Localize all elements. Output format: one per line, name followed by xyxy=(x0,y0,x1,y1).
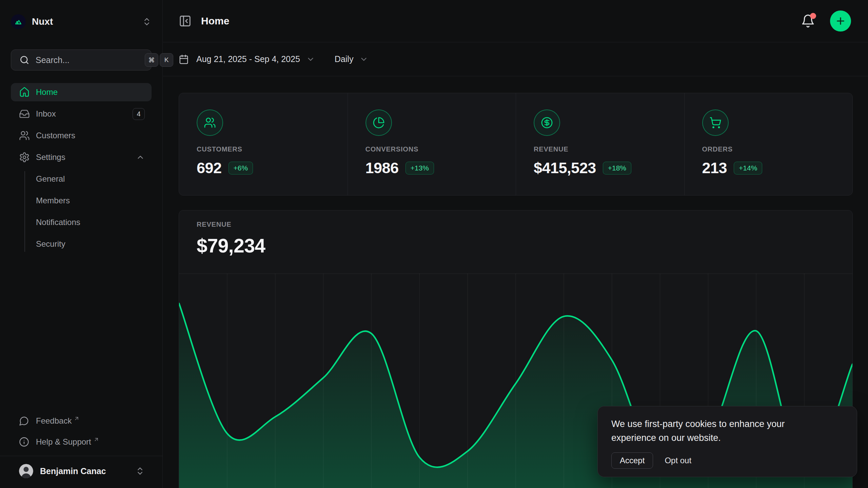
stat-card-conversions[interactable]: CONVERSIONS 1986 +13% xyxy=(348,93,516,195)
stat-card-revenue[interactable]: REVENUE $415,523 +18% xyxy=(516,93,684,195)
date-range-label: Aug 21, 2025 - Sep 4, 2025 xyxy=(196,54,300,64)
kbd-command: ⌘ xyxy=(145,53,158,67)
notifications-button[interactable] xyxy=(801,14,815,28)
sidebar-item-notifications[interactable]: Notifications xyxy=(36,213,152,231)
sub-item-label: General xyxy=(36,174,65,184)
search-field[interactable] xyxy=(36,55,145,65)
workspace-name: Nuxt xyxy=(32,16,53,27)
workspace-switcher[interactable]: Nuxt xyxy=(11,13,152,30)
stat-change-badge: +6% xyxy=(229,162,253,175)
filter-bar: Aug 21, 2025 - Sep 4, 2025 Daily xyxy=(163,42,868,76)
topbar: Home xyxy=(163,0,868,42)
sidebar-divider xyxy=(0,456,162,456)
stat-value: 1986 xyxy=(366,159,399,177)
nuxt-logo-icon xyxy=(11,14,26,29)
cookie-banner: We use first-party cookies to enhance yo… xyxy=(597,406,857,477)
sidebar-item-label: Customers xyxy=(36,131,75,140)
stat-label: ORDERS xyxy=(702,145,839,153)
avatar xyxy=(19,464,33,478)
revenue-panel-value: $79,234 xyxy=(197,235,852,257)
sidebar-item-label: Settings xyxy=(36,152,65,162)
users-round-icon xyxy=(197,109,223,136)
settings-submenu: General Members Notifications Security xyxy=(11,170,152,253)
date-range-picker[interactable]: Aug 21, 2025 - Sep 4, 2025 xyxy=(179,54,315,64)
stat-card-customers[interactable]: CUSTOMERS 692 +6% xyxy=(179,93,348,195)
collapse-sidebar-button[interactable] xyxy=(179,15,192,27)
stat-change-badge: +14% xyxy=(734,162,762,175)
search-icon xyxy=(19,55,29,65)
sidebar-item-customers[interactable]: Customers xyxy=(11,126,152,145)
inbox-count-badge: 4 xyxy=(133,108,145,120)
stat-label: CONVERSIONS xyxy=(366,145,502,153)
granularity-select[interactable]: Daily xyxy=(335,54,369,64)
sub-item-label: Notifications xyxy=(36,218,80,227)
sidebar-nav: Home Inbox 4 Customers xyxy=(11,83,152,257)
user-name: Benjamin Canac xyxy=(40,466,106,476)
info-circle-icon xyxy=(19,437,29,447)
accept-cookies-button[interactable]: Accept xyxy=(611,452,653,469)
help-support-label: Help & Support xyxy=(36,437,91,447)
stat-card-orders[interactable]: ORDERS 213 +14% xyxy=(684,93,853,195)
external-link-icon xyxy=(74,415,80,422)
feedback-link[interactable]: Feedback xyxy=(11,412,152,430)
sidebar-item-settings[interactable]: Settings xyxy=(11,148,152,166)
sidebar: Nuxt ⌘ K Home xyxy=(0,0,163,488)
add-button[interactable] xyxy=(830,11,851,32)
granularity-label: Daily xyxy=(335,54,354,64)
sub-item-label: Security xyxy=(36,239,65,249)
chevrons-up-down-icon xyxy=(135,466,145,476)
stat-change-badge: +18% xyxy=(603,162,631,175)
chevron-up-icon xyxy=(136,153,145,162)
optout-cookies-button[interactable]: Opt out xyxy=(665,456,691,465)
search-input[interactable]: ⌘ K xyxy=(11,49,152,70)
sub-item-label: Members xyxy=(36,196,70,205)
sidebar-item-security[interactable]: Security xyxy=(36,235,152,253)
stat-value: 213 xyxy=(702,159,727,177)
stat-label: REVENUE xyxy=(534,145,671,153)
message-bubble-icon xyxy=(19,416,29,426)
help-support-link[interactable]: Help & Support xyxy=(11,433,152,451)
stat-cards: CUSTOMERS 692 +6% CONVERSIONS 1986 +13% xyxy=(179,93,853,196)
chevron-down-icon xyxy=(359,55,368,64)
sidebar-item-general[interactable]: General xyxy=(36,170,152,188)
inbox-icon xyxy=(19,108,30,119)
users-icon xyxy=(19,130,30,141)
stat-label: CUSTOMERS xyxy=(197,145,334,153)
stat-value: 692 xyxy=(197,159,222,177)
revenue-chart-header: REVENUE $79,234 xyxy=(179,210,852,273)
cart-icon xyxy=(702,109,729,136)
stat-value: $415,523 xyxy=(534,159,596,177)
external-link-icon xyxy=(93,436,99,443)
pie-chart-icon xyxy=(366,109,392,136)
plus-icon xyxy=(835,16,846,26)
sidebar-item-label: Inbox xyxy=(36,109,56,119)
stat-change-badge: +13% xyxy=(406,162,434,175)
notification-dot xyxy=(810,13,816,19)
calendar-icon xyxy=(179,54,189,64)
sidebar-item-inbox[interactable]: Inbox 4 xyxy=(11,105,152,123)
sidebar-item-members[interactable]: Members xyxy=(36,191,152,210)
cookie-message: We use first-party cookies to enhance yo… xyxy=(611,417,818,445)
chevron-down-icon xyxy=(306,55,315,64)
dollar-circle-icon xyxy=(534,109,560,136)
feedback-label: Feedback xyxy=(36,416,72,426)
sidebar-item-home[interactable]: Home xyxy=(11,83,152,101)
user-menu[interactable]: Benjamin Canac xyxy=(11,460,152,483)
sidebar-item-label: Home xyxy=(36,87,58,97)
chevrons-up-down-icon xyxy=(142,17,152,26)
revenue-panel-label: REVENUE xyxy=(197,221,852,228)
sidebar-footer: Feedback Help & Support Benja xyxy=(11,412,152,488)
gear-icon xyxy=(19,152,30,163)
home-icon xyxy=(19,87,30,98)
page-title: Home xyxy=(201,15,229,27)
